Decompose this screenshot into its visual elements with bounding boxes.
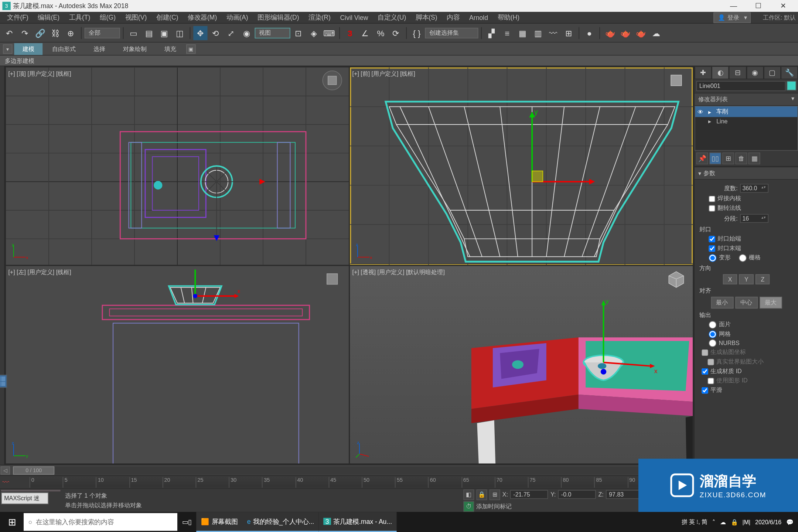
output-mesh-radio[interactable]: 网格 bbox=[709, 330, 793, 338]
minimize-button[interactable]: — bbox=[721, 0, 746, 12]
viewcube-persp[interactable] bbox=[666, 268, 687, 290]
render-setup-icon[interactable]: 🫖 bbox=[603, 26, 617, 40]
task-view-icon[interactable]: ▭▯ bbox=[177, 512, 196, 532]
menu-civilview[interactable]: Civil View bbox=[335, 13, 373, 22]
ribbon-tab-modeling[interactable]: 建模 bbox=[14, 43, 42, 55]
menu-maxscript[interactable]: 脚本(S) bbox=[411, 12, 442, 23]
align-center-button[interactable]: 中心 bbox=[735, 297, 758, 308]
mirror-icon[interactable]: ▞ bbox=[485, 26, 499, 40]
isolate-icon[interactable]: ◧ bbox=[463, 489, 474, 500]
select-name-icon[interactable]: ▤ bbox=[142, 26, 156, 40]
menu-arnold[interactable]: Arnold bbox=[464, 13, 492, 22]
ime-indicator[interactable]: 拼 英 ⁝, 简 bbox=[682, 518, 708, 526]
x-coord-field[interactable]: -21.75 bbox=[510, 490, 548, 499]
tray-cloud-icon[interactable]: ☁ bbox=[720, 519, 726, 525]
cap-start-checkbox[interactable]: 封口始端 bbox=[709, 235, 793, 243]
select-icon[interactable]: ▭ bbox=[126, 26, 140, 40]
tab-display[interactable]: ▢ bbox=[764, 66, 781, 79]
viewport-label-front[interactable]: [+] [前] [用户定义] [线框] bbox=[352, 70, 415, 78]
timeline-track[interactable]: 0510152025303540455055606570758085909510… bbox=[30, 477, 694, 487]
taskbar-date[interactable]: 2020/6/16 bbox=[755, 519, 781, 525]
use-shape-ids-checkbox[interactable]: 使用图形 ID bbox=[707, 376, 793, 385]
move-icon[interactable]: ✥ bbox=[193, 26, 207, 40]
render-in-cloud-icon[interactable]: ☁ bbox=[649, 26, 663, 40]
dir-y-button[interactable]: Y bbox=[739, 274, 754, 284]
viewport-layout-button[interactable] bbox=[0, 375, 7, 388]
time-slider[interactable]: 0 / 100 bbox=[13, 466, 681, 474]
y-coord-field[interactable]: -0.0 bbox=[558, 490, 596, 499]
selection-lock-icon[interactable]: 🔒 bbox=[476, 489, 487, 500]
ribbon-tab-objectpaint[interactable]: 对象绘制 bbox=[115, 43, 155, 55]
material-editor-icon[interactable]: ● bbox=[582, 26, 596, 40]
modifier-lathe[interactable]: 👁 ▸ 车削 bbox=[695, 106, 798, 117]
modifier-stack[interactable]: 👁 ▸ 车削 ▸ Line bbox=[695, 106, 798, 151]
menu-content[interactable]: 内容 bbox=[442, 12, 464, 23]
toggle-ribbon-icon[interactable]: ▥ bbox=[531, 26, 545, 40]
flip-normals-checkbox[interactable]: 翻转法线 bbox=[709, 204, 793, 212]
viewport-label-left[interactable]: [+] [左] [用户定义] [线框] bbox=[8, 268, 71, 276]
viewport-front[interactable]: [+] [前] [用户定义] [线框] bbox=[350, 67, 693, 265]
modifier-list-dropdown[interactable]: 修改器列表▾ bbox=[695, 93, 798, 106]
modifier-line[interactable]: ▸ Line bbox=[695, 117, 798, 126]
scene-explorer-strip[interactable] bbox=[0, 66, 5, 464]
tab-hierarchy[interactable]: ⊟ bbox=[729, 66, 746, 79]
rollout-parameters[interactable]: ▾参数 bbox=[695, 167, 798, 180]
undo-icon[interactable]: ↶ bbox=[2, 26, 16, 40]
menu-create[interactable]: 创建(C) bbox=[151, 12, 183, 23]
manip-icon[interactable]: ◈ bbox=[307, 26, 321, 40]
viewport-left[interactable]: [+] [左] [用户定义] [线框] bbox=[6, 266, 349, 463]
snap-3-icon[interactable]: 3 bbox=[343, 26, 357, 40]
degrees-spinner[interactable]: 360.0▴▾ bbox=[740, 184, 768, 193]
viewcube-top[interactable] bbox=[321, 70, 343, 91]
menu-edit[interactable]: 编辑(E) bbox=[33, 12, 64, 23]
taskbar-search[interactable]: ○ 在这里输入你要搜索的内容 bbox=[24, 513, 177, 531]
refcoord-dropdown[interactable]: 视图 bbox=[255, 27, 290, 38]
ribbon-tab-populate[interactable]: 填充 bbox=[156, 43, 184, 55]
viewcube-left[interactable] bbox=[321, 268, 343, 290]
taskbar-screenshot[interactable]: 🟧屏幕截图 bbox=[196, 512, 242, 532]
align-icon[interactable]: ≡ bbox=[500, 26, 514, 40]
ribbon-panel-label[interactable]: 多边形建模 bbox=[0, 55, 798, 66]
dir-z-button[interactable]: Z bbox=[756, 274, 770, 284]
start-button[interactable]: ⊞ bbox=[0, 512, 24, 532]
schematic-icon[interactable]: ⊞ bbox=[562, 26, 576, 40]
taskbar-edge[interactable]: e我的经验_个人中心... bbox=[242, 512, 319, 532]
curve-toggle-icon[interactable]: 〰 bbox=[0, 476, 12, 488]
angle-snap-icon[interactable]: ∠ bbox=[358, 26, 372, 40]
selection-filter[interactable]: 全部 bbox=[85, 27, 120, 38]
pin-stack-icon[interactable]: 📌 bbox=[696, 153, 708, 164]
window-crossing-icon[interactable]: ◫ bbox=[173, 26, 187, 40]
scale-icon[interactable]: ⤢ bbox=[224, 26, 238, 40]
object-color-swatch[interactable] bbox=[787, 81, 797, 91]
taskbar-3dsmax[interactable]: 3茶几建模.max - Au... bbox=[319, 512, 397, 532]
eye-icon[interactable]: 👁 bbox=[698, 109, 706, 115]
notifications-icon[interactable]: 💬 bbox=[786, 519, 793, 525]
configure-sets-icon[interactable]: ▦ bbox=[748, 153, 760, 164]
menu-animation[interactable]: 动画(A) bbox=[222, 12, 253, 23]
timeslider-prev-icon[interactable]: ◁ bbox=[1, 466, 10, 474]
menu-tools[interactable]: 工具(T) bbox=[64, 12, 95, 23]
selection-lock-area[interactable] bbox=[1, 490, 60, 491]
time-tag-icon[interactable]: ⏱ bbox=[463, 501, 474, 512]
login-button[interactable]: 👤登录▾ bbox=[714, 12, 751, 23]
select-region-icon[interactable]: ▣ bbox=[157, 26, 171, 40]
tab-create[interactable]: ✚ bbox=[695, 66, 712, 79]
menu-file[interactable]: 文件(F) bbox=[2, 12, 33, 23]
named-selset[interactable]: 创建选择集 bbox=[425, 27, 478, 38]
abs-rel-icon[interactable]: ⊞ bbox=[490, 489, 500, 500]
gen-matids-checkbox[interactable]: 生成材质 ID bbox=[702, 367, 793, 375]
viewcube-front[interactable] bbox=[666, 70, 687, 91]
bind-icon[interactable]: ⊕ bbox=[64, 26, 78, 40]
remove-modifier-icon[interactable]: 🗑 bbox=[735, 153, 747, 164]
tray-up-icon[interactable]: ˄ bbox=[712, 519, 715, 525]
align-min-button[interactable]: 最小 bbox=[711, 297, 733, 308]
link-icon[interactable]: 🔗 bbox=[33, 26, 47, 40]
add-time-tag[interactable]: 添加时间标记 bbox=[476, 502, 512, 510]
workspace-selector[interactable]: 工作区: 默认 bbox=[763, 13, 796, 21]
ribbon-tab-selection[interactable]: 选择 bbox=[85, 43, 113, 55]
tab-utilities[interactable]: 🔧 bbox=[781, 66, 798, 79]
close-button[interactable]: ✕ bbox=[771, 0, 795, 12]
menu-group[interactable]: 组(G) bbox=[95, 12, 120, 23]
menu-customize[interactable]: 自定义(U) bbox=[373, 12, 411, 23]
output-patch-radio[interactable]: 面片 bbox=[709, 320, 793, 328]
